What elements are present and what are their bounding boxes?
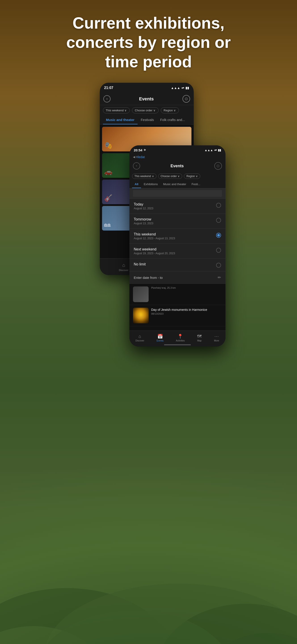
- filter-region-back[interactable]: Region ∨: [161, 107, 179, 113]
- filter-order-front[interactable]: Choose order ∨: [158, 174, 182, 179]
- radio-next-weekend[interactable]: [216, 248, 221, 253]
- profile-icon-back: ⊙: [185, 96, 188, 101]
- nav-map-label-front: Map: [197, 340, 201, 342]
- chevron-down-icon-3: ∨: [174, 109, 176, 112]
- event-list: Plzeňský kraj, 25.3 km Day of Jewish mon…: [129, 284, 226, 326]
- profile-button-front[interactable]: ⊙: [214, 162, 222, 170]
- dropdown-tomorrow-sublabel: August 13, 2023: [134, 222, 153, 225]
- filter-order-label-front: Choose order: [161, 175, 177, 178]
- dropdown-item-tomorrow[interactable]: Tommorow August 13, 2023: [129, 214, 226, 229]
- enter-date-row[interactable]: Enter date from - to ✏: [129, 272, 226, 284]
- events-icon-front: 📅: [157, 334, 163, 339]
- dropdown-item-next-weekend[interactable]: Next weekend August 19, 2023 - August 20…: [129, 244, 226, 259]
- tab-music-front[interactable]: Music and theater: [160, 181, 189, 188]
- radio-no-limit[interactable]: [216, 263, 221, 268]
- filter-region-front[interactable]: Region ∨: [184, 174, 200, 179]
- event-info-1: Plzeňský kraj, 25.3 km: [151, 286, 176, 302]
- dropdown-next-weekend-sublabel: August 19, 2023 - August 20, 2023: [134, 252, 175, 255]
- nav-map-front[interactable]: 🗺 Map: [197, 334, 202, 342]
- radio-inner-this-weekend: [217, 234, 220, 236]
- event-info-2: Day of Jewish monuments in Harmonice 08/…: [151, 308, 207, 323]
- dropdown-today-text: Today August 12, 2023: [134, 202, 153, 210]
- radio-tomorrow[interactable]: [216, 218, 221, 223]
- filter-weekend-front[interactable]: This weekend ∨: [132, 174, 156, 179]
- event-item-1[interactable]: Plzeňský kraj, 25.3 km: [129, 284, 226, 305]
- status-icons-front: ▲▲▲ ⇌ ▮▮: [205, 148, 221, 152]
- more-icon-front: ⋯: [214, 334, 219, 339]
- back-nav[interactable]: ◀ Hledat: [129, 155, 226, 160]
- radio-today[interactable]: [216, 203, 221, 208]
- hero-title: Current exhibitions, concerts by region …: [48, 14, 249, 71]
- tab-folk-crafts-back[interactable]: Folk crafts and...: [157, 116, 188, 124]
- signal-icon-front: ▲▲▲: [205, 148, 213, 152]
- filter-bar-front: This weekend ∨ Choose order ∨ Region ∨: [129, 172, 226, 181]
- battery-icon-front: ▮▮: [218, 148, 221, 152]
- battery-icon-back: ▮▮: [186, 86, 189, 90]
- chevron-down-icon-f1: ∨: [152, 175, 154, 178]
- time-back: 21:07: [104, 86, 113, 90]
- profile-button-back[interactable]: ⊙: [182, 95, 190, 103]
- status-bar-front: 20:54 ✈ ▲▲▲ ⇌ ▮▮: [129, 145, 226, 155]
- nav-events-front[interactable]: 📅 Events: [157, 334, 164, 342]
- nav-events-label-front: Events: [157, 340, 164, 342]
- search-button-front[interactable]: ⚬: [133, 162, 140, 170]
- app-bar-back: ⚬ Events ⊙: [100, 93, 194, 105]
- nav-activities-front[interactable]: 📍 Activities: [176, 334, 185, 342]
- event-date-2: 08/13/2023: [151, 312, 207, 315]
- nav-discover-label-back: Discover: [119, 269, 128, 272]
- nav-activities-label-front: Activities: [176, 340, 185, 342]
- discover-icon-back: ⌂: [122, 262, 125, 268]
- profile-icon-front: ⊙: [216, 164, 220, 168]
- filter-weekend-back[interactable]: This weekend ∨: [103, 107, 130, 113]
- chevron-down-icon-f3: ∨: [196, 175, 198, 178]
- event-item-2[interactable]: Day of Jewish monuments in Harmonice 08/…: [129, 305, 226, 326]
- search-icon-front: ⚬: [135, 164, 138, 168]
- dropdown-menu: Today August 12, 2023 Tommorow August 13…: [129, 199, 226, 284]
- back-label: Hledat: [136, 155, 145, 159]
- filter-weekend-label: This weekend: [106, 109, 124, 112]
- category-tabs-back: Music and theater Festivals Folk crafts …: [100, 116, 194, 124]
- filter-order-back[interactable]: Choose order ∨: [132, 107, 158, 113]
- nav-more-front[interactable]: ⋯ More: [214, 334, 219, 342]
- filter-bar-back: This weekend ∨ Choose order ∨ Region ∨: [100, 105, 194, 116]
- dropdown-tomorrow-text: Tommorow August 13, 2023: [134, 217, 153, 225]
- event-title-2: Day of Jewish monuments in Harmonice: [151, 308, 207, 312]
- tab-music-theater-back[interactable]: Music and theater: [103, 116, 138, 124]
- tab-all-front[interactable]: All: [132, 181, 141, 188]
- hero-section: Current exhibitions, concerts by region …: [48, 14, 249, 71]
- partial-card: [129, 188, 226, 199]
- nav-discover-back[interactable]: ⌂ Discover: [119, 262, 128, 272]
- status-icons-back: ▲▲▲ ⇌ ▮▮: [171, 86, 189, 90]
- dropdown-item-this-weekend[interactable]: This weekend August 12, 2023 - August 13…: [129, 229, 226, 244]
- search-button-back[interactable]: ⚬: [103, 95, 110, 102]
- status-left: 20:54 ✈: [134, 148, 146, 152]
- event-thumb-2: [133, 308, 149, 323]
- dropdown-item-today[interactable]: Today August 12, 2023: [129, 199, 226, 214]
- signal-icon-back: ▲▲▲: [171, 86, 180, 90]
- chevron-down-icon-f2: ∨: [178, 175, 180, 178]
- back-arrow-icon: ◀: [133, 156, 135, 158]
- activities-icon-front: 📍: [177, 334, 183, 339]
- dropdown-next-weekend-text: Next weekend August 19, 2023 - August 20…: [134, 247, 175, 255]
- dropdown-item-no-limit[interactable]: No limit: [129, 259, 226, 272]
- phone-front: 20:54 ✈ ▲▲▲ ⇌ ▮▮ ◀ Hledat ⚬ Events ⊙: [129, 145, 226, 346]
- app-title-back: Events: [139, 96, 154, 102]
- dropdown-tomorrow-label: Tommorow: [134, 217, 153, 222]
- dropdown-this-weekend-sublabel: August 12, 2023 - August 13, 2023: [134, 237, 175, 240]
- filter-region-label: Region: [164, 109, 173, 112]
- dropdown-this-weekend-label: This weekend: [134, 232, 175, 236]
- phone-front-screen: 20:54 ✈ ▲▲▲ ⇌ ▮▮ ◀ Hledat ⚬ Events ⊙: [129, 145, 226, 346]
- nav-discover-front[interactable]: ⌂ Discover: [135, 334, 144, 342]
- tab-festivals-front[interactable]: Festi...: [189, 181, 203, 188]
- nav-more-label-front: More: [214, 340, 219, 342]
- dropdown-today-label: Today: [134, 202, 153, 206]
- tab-festivals-back[interactable]: Festivals: [138, 116, 157, 124]
- category-tabs-front: All Exhibitions Music and theater Festi.…: [129, 181, 226, 188]
- tab-exhibitions-front[interactable]: Exhibitions: [141, 181, 160, 188]
- enter-date-label: Enter date from - to: [134, 276, 163, 280]
- event-thumb-1: [133, 286, 149, 302]
- radio-this-weekend[interactable]: [216, 233, 221, 238]
- dropdown-this-weekend-text: This weekend August 12, 2023 - August 13…: [134, 232, 175, 240]
- status-bar-back: 21:07 ▲▲▲ ⇌ ▮▮: [100, 83, 194, 93]
- edit-icon[interactable]: ✏: [218, 275, 221, 280]
